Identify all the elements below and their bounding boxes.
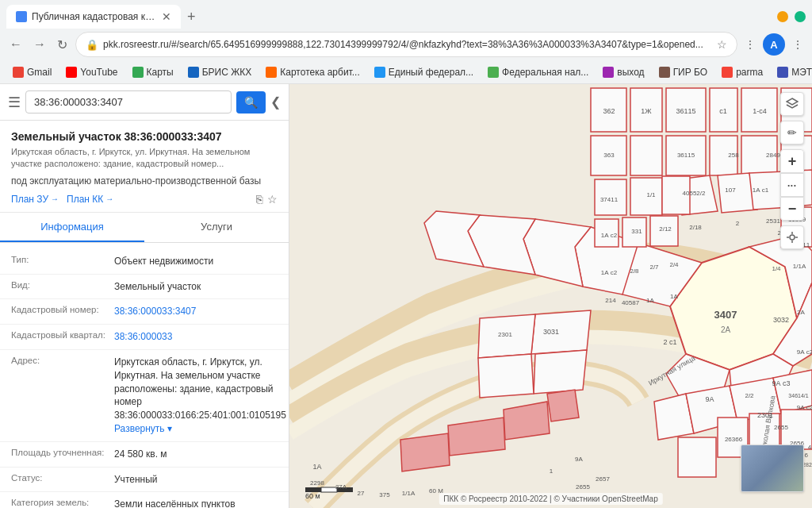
svg-text:1А с1: 1А с1 — [753, 187, 769, 194]
extensions-button[interactable]: ⋮ — [742, 36, 758, 53]
svg-text:60 м: 60 м — [305, 492, 320, 500]
bookmark-gir-label: ГИР БО — [673, 67, 708, 78]
table-row: Адрес: Иркутская область, г. Иркутск, ул… — [0, 350, 289, 442]
map-area[interactable]: 3407 2А 362 1Ж 36115 c1 1-с4 1-с5 363 36… — [289, 84, 812, 508]
row-value-kad-num[interactable]: 38:36:000033:3407 — [114, 305, 196, 318]
svg-marker-44 — [534, 350, 587, 394]
expand-address-link[interactable]: Развернуть ▾ — [114, 423, 172, 434]
plan-kk-link[interactable]: План КК → — [67, 194, 113, 205]
bookmark-star-button[interactable]: ☆ — [717, 38, 727, 51]
new-tab-button[interactable]: + — [184, 6, 199, 29]
search-bar: ☰ 🔍 ❮ — [0, 84, 289, 121]
row-value-vid: Земельный участок — [114, 280, 201, 294]
main-content: ☰ 🔍 ❮ Земельный участок 38:36:000033:340… — [0, 84, 812, 508]
svg-text:1/4: 1/4 — [772, 265, 781, 272]
row-label-area: Площадь уточненная: — [11, 448, 114, 461]
menu-button[interactable]: ⋮ — [790, 36, 806, 53]
bookmark-gir[interactable]: ГИР БО — [653, 65, 714, 79]
plan-kk-arrow: → — [105, 194, 113, 203]
bookmark-feder-label: Федеральная нал... — [502, 67, 588, 78]
bookmark-gmail-label: Gmail — [27, 67, 52, 78]
svg-text:2/8: 2/8 — [630, 267, 639, 275]
minimize-button[interactable] — [777, 11, 788, 22]
bookmark-parma-label: parma — [736, 67, 763, 78]
maets-favicon — [777, 67, 788, 78]
search-button[interactable]: 🔍 — [236, 91, 266, 114]
layers-button[interactable] — [780, 92, 804, 116]
plan-kk-label: План КК — [67, 194, 103, 205]
bookmark-bris[interactable]: БРИС ЖКХ — [182, 65, 259, 79]
svg-text:40587: 40587 — [622, 299, 640, 306]
row-value-kad-kv[interactable]: 38:36:000033 — [114, 330, 172, 344]
minimap-image — [741, 445, 803, 491]
hamburger-menu-icon[interactable]: ☰ — [8, 94, 21, 111]
location-button[interactable] — [780, 225, 804, 249]
svg-text:36115: 36115 — [677, 152, 695, 159]
parma-favicon — [722, 67, 733, 78]
bookmark-vyhod[interactable]: выход — [596, 65, 650, 79]
plan-zu-link[interactable]: План ЗУ → — [11, 194, 59, 205]
svg-text:9А с3: 9А с3 — [772, 379, 790, 387]
collapse-panel-button[interactable]: ❮ — [270, 94, 281, 110]
zoom-out-button[interactable]: − — [780, 197, 804, 221]
svg-text:26366: 26366 — [725, 436, 743, 443]
bookmark-maps[interactable]: Карты — [126, 65, 180, 79]
karto-favicon — [266, 67, 277, 78]
active-tab[interactable]: Публичная кадастровая карт... ✕ — [6, 5, 181, 29]
bookmarks-bar: Gmail YouTube Карты БРИС ЖКХ Картотека а… — [0, 60, 812, 84]
address-bar[interactable]: 🔒 pkk.rosreestr.ru/#/search/65.649516999… — [75, 32, 737, 57]
tab-info[interactable]: Информация — [0, 213, 144, 242]
tab-close-button[interactable]: ✕ — [162, 10, 171, 23]
svg-text:331: 331 — [631, 228, 642, 235]
svg-text:2А: 2А — [797, 309, 805, 316]
bookmark-maets[interactable]: МЭТС | Торги по... — [771, 65, 812, 79]
plan-links: План ЗУ → План КК → ⎘ ☆ — [11, 193, 278, 206]
map-attribution: ПКК © Росреестр 2010-2022 | © Участники … — [439, 493, 662, 505]
zoom-in-button[interactable]: + — [780, 149, 804, 173]
svg-text:362: 362 — [603, 107, 615, 115]
bookmark-feder[interactable]: Федеральная нал... — [481, 65, 595, 79]
svg-marker-46 — [547, 390, 579, 421]
gir-favicon — [659, 67, 670, 78]
reload-button[interactable]: ↻ — [54, 34, 71, 56]
svg-text:2/4: 2/4 — [669, 261, 679, 268]
bookmark-parma[interactable]: parma — [715, 65, 769, 79]
svg-text:2655: 2655 — [774, 424, 788, 431]
svg-rect-41 — [678, 437, 716, 477]
svg-text:2531: 2531 — [766, 217, 780, 225]
browser-chrome: Публичная кадастровая карт... ✕ + ← → ↻ … — [0, 0, 812, 84]
map-controls-right: ✏ + ••• − — [780, 92, 804, 249]
profile-button[interactable]: A — [763, 33, 785, 56]
left-panel: ☰ 🔍 ❮ Земельный участок 38:36:000033:340… — [0, 84, 289, 508]
svg-text:27: 27 — [358, 490, 365, 497]
bookmark-gmail[interactable]: Gmail — [6, 65, 58, 79]
bookmark-youtube[interactable]: YouTube — [59, 65, 124, 79]
bookmark-ediniy[interactable]: Единый федерал... — [368, 65, 480, 79]
bookmark-maps-label: Карты — [147, 67, 174, 78]
bookmark-maets-label: МЭТС | Торги по... — [791, 67, 812, 78]
feder-favicon — [488, 67, 499, 78]
bookmark-karto[interactable]: Картотека арбит... — [259, 65, 366, 79]
row-label-kad-kv: Кадастровый квартал: — [11, 330, 114, 344]
forward-button[interactable]: → — [30, 34, 49, 55]
plan-actions: ⎘ ☆ — [256, 193, 278, 206]
property-title: Земельный участок 38:36:000033:3407 — [11, 130, 278, 143]
svg-text:2301: 2301 — [498, 331, 512, 338]
bris-favicon — [188, 67, 199, 78]
svg-rect-8 — [630, 136, 662, 175]
zoom-dots-button[interactable]: ••• — [780, 173, 804, 197]
row-label-status: Статус: — [11, 473, 114, 487]
maximize-button[interactable] — [795, 11, 806, 22]
bookmark-vyhod-label: выход — [617, 67, 644, 78]
tab-services[interactable]: Услуги — [144, 213, 289, 242]
ediniy-favicon — [374, 67, 385, 78]
favorite-button[interactable]: ☆ — [267, 193, 278, 206]
minimap-container[interactable] — [741, 444, 804, 492]
share-button[interactable]: ⎘ — [256, 193, 262, 206]
zoom-controls: + ••• − — [780, 149, 804, 221]
back-button[interactable]: ← — [6, 34, 25, 55]
search-input[interactable] — [25, 90, 232, 114]
svg-text:1/1: 1/1 — [646, 191, 656, 198]
property-header: Земельный участок 38:36:000033:3407 Ирку… — [0, 121, 289, 213]
draw-button[interactable]: ✏ — [780, 121, 804, 144]
